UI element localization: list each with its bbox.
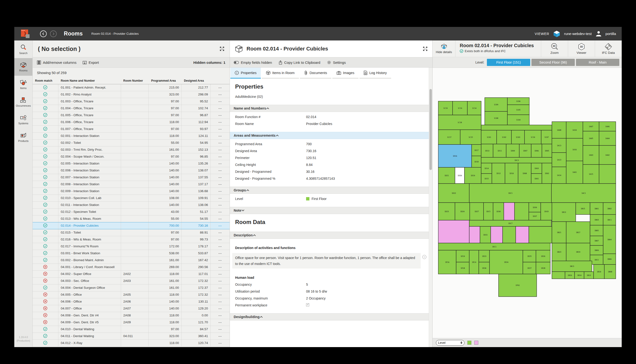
- floorplan-room[interactable]: [599, 164, 616, 184]
- table-row[interactable]: 04.012 - X-Ray118.00120.74...: [33, 340, 230, 346]
- row-menu-button[interactable]: ...: [211, 146, 230, 153]
- row-menu-button[interactable]: ...: [211, 216, 230, 222]
- floorplan-room-1cc1[interactable]: [481, 125, 552, 130]
- table-row[interactable]: 02.011 - Interaction Station140.00138.06…: [33, 202, 230, 208]
- row-menu-button[interactable]: ...: [211, 188, 230, 194]
- row-menu-button[interactable]: ...: [211, 167, 230, 174]
- table-row[interactable]: 02.015 - Toliet97.0088.91...: [33, 229, 230, 236]
- floorplan-room[interactable]: [491, 226, 503, 243]
- collapsible-section-description[interactable]: Description: [230, 232, 429, 239]
- tab-images[interactable]: Images: [332, 68, 359, 78]
- table-row[interactable]: 01.003 - Office, Tricare97.0095.52...: [33, 98, 230, 105]
- table-row[interactable]: 04.002 - Super Office2A02118.00117.01...: [33, 271, 230, 278]
- row-menu-button[interactable]: ...: [211, 319, 230, 326]
- row-menu-button[interactable]: ...: [211, 292, 230, 298]
- row-menu-button[interactable]: ...: [211, 153, 230, 160]
- table-row[interactable]: 02.002 - Toliet55.0054.95...: [33, 140, 230, 146]
- table-row[interactable]: 04.010 - Dental Waiting97.0084.57...: [33, 326, 230, 333]
- hide-details-button[interactable]: Hide details: [433, 40, 455, 57]
- level-button-second-floor-96-[interactable]: Second Floor (96): [531, 59, 575, 66]
- table-row[interactable]: 04.006 - Office2A06140.00130.11...: [33, 298, 230, 305]
- row-menu-button[interactable]: ...: [211, 257, 230, 264]
- viewer-button[interactable]: 3DViewer: [568, 40, 595, 57]
- row-menu-button[interactable]: ...: [211, 243, 230, 250]
- details-scrollbar[interactable]: [429, 68, 432, 347]
- table-row[interactable]: 02.005 - Interaction Station140.00135.26…: [33, 160, 230, 167]
- column-header[interactable]: Programmed Area: [149, 78, 182, 84]
- table-row[interactable]: 01.001 - Patient Admin. Recept.215.00212…: [33, 84, 230, 91]
- collapsible-section-name-and-numbers[interactable]: Name and Numbers: [230, 105, 429, 112]
- table-row[interactable]: 02.014 - Provider Cubicles700.00730.16..…: [33, 222, 230, 229]
- sidebar-item-rooms[interactable]: Rooms: [14, 58, 33, 76]
- row-menu-button[interactable]: ...: [211, 112, 230, 118]
- row-menu-button[interactable]: ...: [211, 284, 230, 291]
- table-row[interactable]: 02.009 - Interaction Station140.00136.68…: [33, 188, 230, 195]
- column-header[interactable]: Room Name and Number: [58, 78, 121, 84]
- table-row[interactable]: 01.002 - Rmo Analyst323.00298.09...: [33, 91, 230, 98]
- row-menu-button[interactable]: ...: [211, 140, 230, 146]
- row-menu-button[interactable]: ...: [211, 208, 230, 215]
- floorplan-room[interactable]: [516, 226, 529, 243]
- sidebar-item-occurrences[interactable]: Occurrences: [14, 93, 33, 111]
- row-menu-button[interactable]: ...: [211, 333, 230, 340]
- row-menu-button[interactable]: ...: [211, 181, 230, 188]
- floorplan-canvas[interactable]: 1C191C161C141C181C171C151D161D171D181D21…: [433, 68, 622, 338]
- copy-link-button[interactable]: Copy Link to Clipboard: [279, 60, 320, 64]
- account-name[interactable]: rune-webdev-test: [564, 32, 592, 36]
- floorplan-drawing[interactable]: 1C191C161C141C181C171C151D161D171D181D21…: [438, 94, 617, 298]
- row-menu-button[interactable]: ...: [211, 105, 230, 112]
- table-row[interactable]: 02.017 - Immuniz"N Room172.00178.17...: [33, 243, 230, 250]
- table-row[interactable]: 01.005 - Office, Tricare97.0096.87...: [33, 112, 230, 119]
- table-row[interactable]: 04.005 - Office2A05118.00172.32...: [33, 292, 230, 298]
- table-row[interactable]: 04.004 - Dental Surgeon Office161.00172.…: [33, 284, 230, 292]
- row-menu-button[interactable]: ...: [211, 312, 230, 319]
- back-button[interactable]: [40, 30, 47, 37]
- add-remove-columns-button[interactable]: Add/remove columns: [37, 60, 77, 64]
- floorplan-room[interactable]: [514, 202, 529, 220]
- expand-details-icon[interactable]: [423, 46, 428, 51]
- table-row[interactable]: 04.001 - Library / Conf. Room Hassell269…: [33, 264, 230, 271]
- table-row[interactable]: 01.006 - Office, Tricare118.00112.94...: [33, 119, 230, 126]
- column-header[interactable]: Room match: [33, 78, 58, 84]
- sidebar-item-search[interactable]: Search: [14, 40, 33, 58]
- table-row[interactable]: 01.004 - Office, Tricare97.00102.74...: [33, 105, 230, 112]
- row-menu-button[interactable]: ...: [211, 222, 230, 229]
- table-row[interactable]: 02.008 - Interaction Station140.00137.17…: [33, 181, 230, 188]
- row-menu-button[interactable]: ...: [211, 264, 230, 270]
- collapsible-section-design-building[interactable]: Design/building: [230, 313, 429, 320]
- checkbox-checked-icon[interactable]: [306, 303, 309, 306]
- table-row[interactable]: 02.001 - Interaction Station118.00124.11…: [33, 132, 230, 140]
- sidebar-item-items[interactable]: Items: [14, 76, 33, 93]
- column-header[interactable]: Designed Area: [182, 78, 211, 84]
- tab-documents[interactable]: Documents: [300, 68, 331, 78]
- row-menu-button[interactable]: ...: [211, 91, 230, 98]
- table-row[interactable]: 02.007 - Interaction Station140.00137.55…: [33, 174, 230, 181]
- table-row[interactable]: 02.004 - Scope Wash / Decon.97.0096.85..…: [33, 153, 230, 160]
- tab-log-history[interactable]: Log History: [359, 68, 391, 78]
- collapsible-section-areas-and-measurements[interactable]: Areas and Measurements: [230, 132, 429, 139]
- row-menu-button[interactable]: ...: [211, 340, 230, 346]
- ifc-data-button[interactable]: IFC Data: [595, 40, 622, 57]
- table-row[interactable]: 02.006 - Interaction Station140.00138.07…: [33, 167, 230, 174]
- column-header[interactable]: Room Number: [121, 78, 149, 84]
- table-row[interactable]: 04.008 - Gen. Dent. Dtr #42A08118.000.00…: [33, 312, 230, 319]
- sidebar-item-products[interactable]: Products: [14, 128, 33, 146]
- table-row[interactable]: 04.007 - Office2A07140.00129.20...: [33, 305, 230, 312]
- row-menu-button[interactable]: ...: [211, 229, 230, 236]
- row-menu-button[interactable]: ...: [211, 126, 230, 132]
- row-menu-button[interactable]: ...: [211, 174, 230, 181]
- row-menu-button[interactable]: ...: [211, 132, 230, 139]
- cube-icon[interactable]: [553, 30, 560, 38]
- row-menu-button[interactable]: ...: [211, 305, 230, 312]
- row-menu-button[interactable]: ...: [211, 236, 230, 243]
- tab-properties[interactable]: Properties: [230, 68, 261, 78]
- sidebar-item-systems[interactable]: Systems: [14, 111, 33, 128]
- table-row[interactable]: 03.002 - Biomed Maint. Admin161.00167.42…: [33, 257, 230, 264]
- zoom-button[interactable]: 3DZoom: [541, 40, 568, 57]
- table-row[interactable]: 02.010 - Specimen Coll. Lab108.00109.91.…: [33, 195, 230, 202]
- table-row[interactable]: 02.013 - Wts & Meas. Room55.0054.55...: [33, 216, 230, 222]
- collapsible-section-note[interactable]: Note: [230, 207, 429, 214]
- table-row[interactable]: 04.011 - Dental Waiting04.011323.00360.4…: [33, 333, 230, 340]
- row-menu-button[interactable]: ...: [211, 202, 230, 208]
- level-button-first-floor-151-[interactable]: First Floor (151): [487, 59, 530, 66]
